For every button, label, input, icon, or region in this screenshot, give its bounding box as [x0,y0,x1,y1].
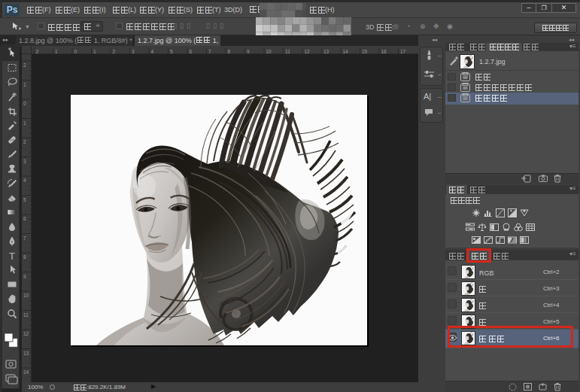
svg-text:7: 7 [208,49,211,54]
svg-text:11: 11 [285,49,290,54]
svg-text:2: 2 [36,49,39,54]
svg-text:5: 5 [170,49,173,54]
svg-text:7: 7 [23,236,26,241]
svg-text:3: 3 [132,49,135,54]
svg-text:16: 16 [381,49,387,54]
svg-text:13: 13 [323,49,329,54]
svg-text:5: 5 [23,197,26,202]
svg-text:6: 6 [23,216,26,221]
svg-text:4: 4 [23,178,26,183]
svg-text:9: 9 [23,274,26,279]
svg-text:3: 3 [23,159,26,164]
svg-text:13: 13 [23,351,29,356]
svg-text:11: 11 [23,312,29,318]
svg-text:T: T [9,251,15,262]
svg-text:1: 1 [23,120,26,126]
svg-text:10: 10 [266,49,272,54]
svg-text:14: 14 [23,369,29,375]
svg-text:1: 1 [23,82,26,87]
svg-text:12: 12 [23,331,29,336]
svg-text:12: 12 [305,49,311,54]
svg-text:0: 0 [74,49,77,54]
svg-text:8: 8 [228,49,231,54]
svg-text:2: 2 [113,49,116,54]
svg-text:17: 17 [400,49,406,54]
svg-text:9: 9 [247,49,250,54]
svg-text:10: 10 [23,293,29,298]
svg-text:2: 2 [23,62,26,68]
svg-text:1: 1 [93,49,96,54]
svg-text:1: 1 [55,49,58,54]
svg-text:15: 15 [362,49,368,54]
svg-text:2: 2 [23,139,26,144]
svg-text:8: 8 [23,254,26,260]
svg-text:14: 14 [343,49,349,54]
svg-text:6: 6 [190,49,193,54]
svg-text:4: 4 [151,49,154,54]
svg-text:0: 0 [23,101,26,106]
